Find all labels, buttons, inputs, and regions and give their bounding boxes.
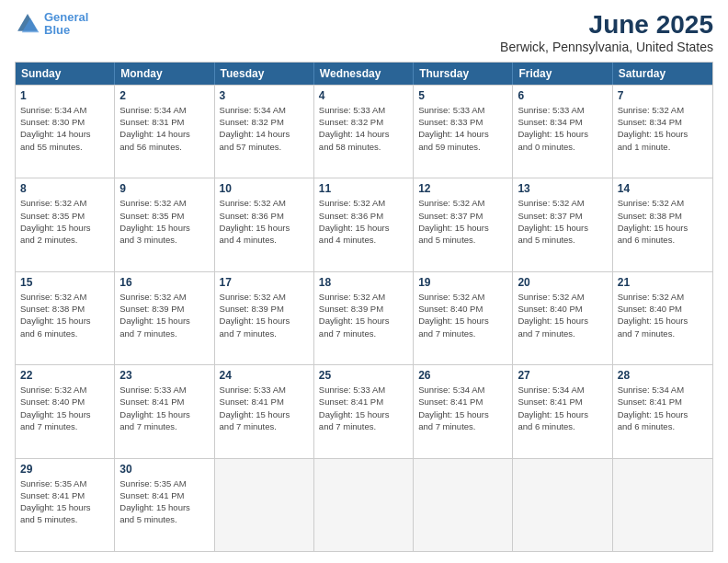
day-info: Sunrise: 5:32 AM Sunset: 8:40 PM Dayligh…	[618, 291, 708, 339]
day-info: Sunrise: 5:34 AM Sunset: 8:30 PM Dayligh…	[20, 104, 109, 153]
day-number: 18	[319, 276, 408, 289]
calendar-day-4: 4Sunrise: 5:33 AM Sunset: 8:32 PM Daylig…	[314, 86, 414, 178]
header-day-tuesday: Tuesday	[215, 63, 314, 85]
day-number: 10	[220, 182, 309, 195]
day-info: Sunrise: 5:33 AM Sunset: 8:41 PM Dayligh…	[319, 384, 408, 432]
calendar-day-7: 7Sunrise: 5:32 AM Sunset: 8:34 PM Daylig…	[613, 86, 712, 178]
day-number: 26	[418, 369, 507, 382]
day-info: Sunrise: 5:33 AM Sunset: 8:34 PM Dayligh…	[518, 104, 607, 153]
header-day-thursday: Thursday	[414, 63, 513, 85]
day-info: Sunrise: 5:32 AM Sunset: 8:36 PM Dayligh…	[220, 197, 309, 246]
day-number: 28	[618, 369, 708, 382]
calendar-day-30: 30Sunrise: 5:35 AM Sunset: 8:41 PM Dayli…	[115, 459, 214, 551]
day-info: Sunrise: 5:32 AM Sunset: 8:38 PM Dayligh…	[618, 197, 708, 246]
calendar-week-2: 8Sunrise: 5:32 AM Sunset: 8:35 PM Daylig…	[16, 178, 712, 270]
day-info: Sunrise: 5:34 AM Sunset: 8:41 PM Dayligh…	[618, 384, 708, 432]
logo-blue: Blue	[44, 23, 70, 37]
calendar-day-14: 14Sunrise: 5:32 AM Sunset: 8:38 PM Dayli…	[613, 178, 712, 270]
calendar-day-27: 27Sunrise: 5:34 AM Sunset: 8:41 PM Dayli…	[513, 365, 612, 457]
day-number: 12	[418, 182, 507, 195]
calendar-empty-cell	[613, 459, 712, 551]
day-info: Sunrise: 5:34 AM Sunset: 8:31 PM Dayligh…	[119, 104, 209, 153]
calendar-day-19: 19Sunrise: 5:32 AM Sunset: 8:40 PM Dayli…	[414, 272, 513, 364]
calendar-day-9: 9Sunrise: 5:32 AM Sunset: 8:35 PM Daylig…	[115, 178, 214, 270]
logo-general: General	[44, 10, 88, 24]
day-info: Sunrise: 5:32 AM Sunset: 8:40 PM Dayligh…	[20, 384, 109, 432]
calendar-day-29: 29Sunrise: 5:35 AM Sunset: 8:41 PM Dayli…	[16, 459, 115, 551]
day-number: 2	[119, 89, 209, 102]
day-info: Sunrise: 5:35 AM Sunset: 8:41 PM Dayligh…	[20, 477, 109, 526]
day-info: Sunrise: 5:32 AM Sunset: 8:35 PM Dayligh…	[20, 197, 109, 246]
day-info: Sunrise: 5:32 AM Sunset: 8:40 PM Dayligh…	[518, 291, 607, 339]
day-number: 20	[518, 276, 607, 289]
day-info: Sunrise: 5:34 AM Sunset: 8:32 PM Dayligh…	[220, 104, 309, 153]
day-info: Sunrise: 5:32 AM Sunset: 8:40 PM Dayligh…	[418, 291, 507, 339]
calendar-day-20: 20Sunrise: 5:32 AM Sunset: 8:40 PM Dayli…	[513, 272, 612, 364]
day-info: Sunrise: 5:34 AM Sunset: 8:41 PM Dayligh…	[518, 384, 607, 432]
day-number: 15	[20, 276, 109, 289]
calendar-day-15: 15Sunrise: 5:32 AM Sunset: 8:38 PM Dayli…	[16, 272, 115, 364]
calendar-empty-cell	[513, 459, 612, 551]
header-day-friday: Friday	[513, 63, 612, 85]
calendar: SundayMondayTuesdayWednesdayThursdayFrid…	[15, 62, 713, 552]
day-number: 25	[319, 369, 408, 382]
header-day-saturday: Saturday	[613, 63, 712, 85]
day-number: 8	[20, 182, 109, 195]
calendar-empty-cell	[215, 459, 314, 551]
calendar-day-17: 17Sunrise: 5:32 AM Sunset: 8:39 PM Dayli…	[215, 272, 314, 364]
calendar-day-25: 25Sunrise: 5:33 AM Sunset: 8:41 PM Dayli…	[314, 365, 414, 457]
day-info: Sunrise: 5:32 AM Sunset: 8:36 PM Dayligh…	[319, 197, 408, 246]
day-info: Sunrise: 5:34 AM Sunset: 8:41 PM Dayligh…	[418, 384, 507, 432]
calendar-day-1: 1Sunrise: 5:34 AM Sunset: 8:30 PM Daylig…	[16, 86, 115, 178]
day-info: Sunrise: 5:33 AM Sunset: 8:33 PM Dayligh…	[418, 104, 507, 153]
calendar-week-4: 22Sunrise: 5:32 AM Sunset: 8:40 PM Dayli…	[16, 364, 712, 457]
day-number: 6	[518, 89, 607, 102]
page: General Blue June 2025 Berwick, Pennsylv…	[0, 0, 728, 563]
day-number: 4	[319, 89, 408, 102]
calendar-header: SundayMondayTuesdayWednesdayThursdayFrid…	[16, 63, 712, 85]
day-info: Sunrise: 5:32 AM Sunset: 8:35 PM Dayligh…	[119, 197, 209, 246]
header-day-wednesday: Wednesday	[314, 63, 414, 85]
day-number: 17	[220, 276, 309, 289]
header-day-monday: Monday	[115, 63, 214, 85]
calendar-week-5: 29Sunrise: 5:35 AM Sunset: 8:41 PM Dayli…	[16, 458, 712, 551]
header-day-sunday: Sunday	[16, 63, 115, 85]
day-info: Sunrise: 5:32 AM Sunset: 8:37 PM Dayligh…	[518, 197, 607, 246]
calendar-day-11: 11Sunrise: 5:32 AM Sunset: 8:36 PM Dayli…	[314, 178, 414, 270]
logo-text: General Blue	[44, 11, 88, 38]
page-subtitle: Berwick, Pennsylvania, United States	[500, 40, 713, 54]
day-info: Sunrise: 5:32 AM Sunset: 8:38 PM Dayligh…	[20, 291, 109, 339]
logo-icon	[15, 11, 40, 37]
calendar-day-10: 10Sunrise: 5:32 AM Sunset: 8:36 PM Dayli…	[215, 178, 314, 270]
calendar-day-13: 13Sunrise: 5:32 AM Sunset: 8:37 PM Dayli…	[513, 178, 612, 270]
day-number: 29	[20, 463, 109, 476]
calendar-day-6: 6Sunrise: 5:33 AM Sunset: 8:34 PM Daylig…	[513, 86, 612, 178]
page-title: June 2025	[500, 11, 713, 40]
day-number: 19	[418, 276, 507, 289]
day-info: Sunrise: 5:33 AM Sunset: 8:41 PM Dayligh…	[220, 384, 309, 432]
day-info: Sunrise: 5:32 AM Sunset: 8:39 PM Dayligh…	[319, 291, 408, 339]
calendar-day-28: 28Sunrise: 5:34 AM Sunset: 8:41 PM Dayli…	[613, 365, 712, 457]
calendar-day-5: 5Sunrise: 5:33 AM Sunset: 8:33 PM Daylig…	[414, 86, 513, 178]
day-number: 23	[119, 369, 209, 382]
day-number: 22	[20, 369, 109, 382]
calendar-day-26: 26Sunrise: 5:34 AM Sunset: 8:41 PM Dayli…	[414, 365, 513, 457]
header: General Blue June 2025 Berwick, Pennsylv…	[15, 11, 713, 54]
day-info: Sunrise: 5:35 AM Sunset: 8:41 PM Dayligh…	[119, 477, 209, 526]
calendar-day-12: 12Sunrise: 5:32 AM Sunset: 8:37 PM Dayli…	[414, 178, 513, 270]
day-number: 21	[618, 276, 708, 289]
day-number: 9	[119, 182, 209, 195]
calendar-empty-cell	[414, 459, 513, 551]
calendar-day-21: 21Sunrise: 5:32 AM Sunset: 8:40 PM Dayli…	[613, 272, 712, 364]
day-number: 14	[618, 182, 708, 195]
calendar-day-24: 24Sunrise: 5:33 AM Sunset: 8:41 PM Dayli…	[215, 365, 314, 457]
day-info: Sunrise: 5:32 AM Sunset: 8:37 PM Dayligh…	[418, 197, 507, 246]
day-info: Sunrise: 5:32 AM Sunset: 8:34 PM Dayligh…	[618, 104, 708, 153]
day-number: 27	[518, 369, 607, 382]
title-block: June 2025 Berwick, Pennsylvania, United …	[500, 11, 713, 54]
calendar-day-8: 8Sunrise: 5:32 AM Sunset: 8:35 PM Daylig…	[16, 178, 115, 270]
calendar-day-22: 22Sunrise: 5:32 AM Sunset: 8:40 PM Dayli…	[16, 365, 115, 457]
day-number: 3	[220, 89, 309, 102]
day-number: 13	[518, 182, 607, 195]
calendar-week-1: 1Sunrise: 5:34 AM Sunset: 8:30 PM Daylig…	[16, 85, 712, 178]
